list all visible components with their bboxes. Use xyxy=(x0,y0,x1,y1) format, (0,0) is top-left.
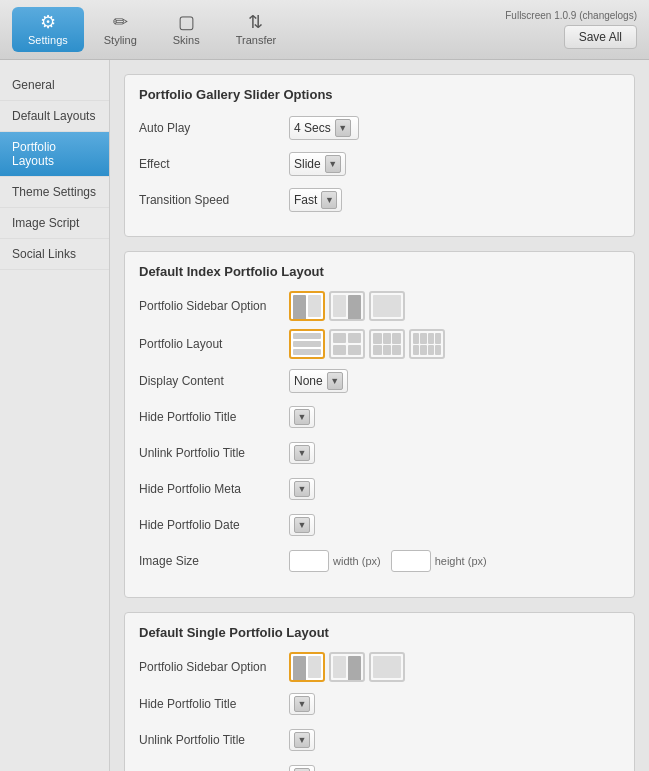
effect-label: Effect xyxy=(139,157,289,171)
single-unlink-title-row: Unlink Portfolio Title ▼ xyxy=(139,726,620,754)
top-bar: ⚙ Settings ✏ Styling ▢ Skins ⇅ Transfer … xyxy=(0,0,649,60)
single-hide-title-row: Hide Portfolio Title ▼ xyxy=(139,690,620,718)
transition-speed-control: Fast ▼ xyxy=(289,188,342,212)
index-hide-meta-control: ▼ xyxy=(289,478,315,500)
index-hide-title-select[interactable]: ▼ xyxy=(289,406,315,428)
sidebar-right-option[interactable] xyxy=(329,291,365,321)
main-layout: General Default Layouts Portfolio Layout… xyxy=(0,60,649,771)
single-sidebar-left-option[interactable] xyxy=(289,652,325,682)
index-image-width-input[interactable] xyxy=(289,550,329,572)
app-version: Fullscreen 1.0.9 (changelogs) xyxy=(505,10,637,21)
index-hide-title-control: ▼ xyxy=(289,406,315,428)
index-hide-date-arrow: ▼ xyxy=(294,517,310,533)
single-hide-meta-control: ▼ xyxy=(289,765,315,771)
auto-play-select[interactable]: 4 Secs ▼ xyxy=(289,116,359,140)
single-sidebar-right-option[interactable] xyxy=(329,652,365,682)
effect-select[interactable]: Slide ▼ xyxy=(289,152,346,176)
settings-icon: ⚙ xyxy=(40,13,56,31)
index-hide-meta-arrow: ▼ xyxy=(294,481,310,497)
index-hide-meta-label: Hide Portfolio Meta xyxy=(139,482,289,496)
single-unlink-title-label: Unlink Portfolio Title xyxy=(139,733,289,747)
index-image-height-input[interactable] xyxy=(391,550,431,572)
index-unlink-title-row: Unlink Portfolio Title ▼ xyxy=(139,439,620,467)
display-content-arrow: ▼ xyxy=(327,372,343,390)
index-unlink-title-select[interactable]: ▼ xyxy=(289,442,315,464)
auto-play-arrow: ▼ xyxy=(335,119,351,137)
default-single-title: Default Single Portfolio Layout xyxy=(139,625,620,640)
layout-grid3-option[interactable] xyxy=(369,329,405,359)
tab-skins[interactable]: ▢ Skins xyxy=(157,7,216,52)
save-all-button[interactable]: Save All xyxy=(564,25,637,49)
sidebar-item-theme-settings[interactable]: Theme Settings xyxy=(0,177,109,208)
single-unlink-title-select[interactable]: ▼ xyxy=(289,729,315,751)
effect-control: Slide ▼ xyxy=(289,152,346,176)
display-content-select[interactable]: None ▼ xyxy=(289,369,348,393)
portfolio-layout-label: Portfolio Layout xyxy=(139,337,289,351)
sidebar-item-default-layouts[interactable]: Default Layouts xyxy=(0,101,109,132)
single-hide-title-label: Hide Portfolio Title xyxy=(139,697,289,711)
transition-speed-select[interactable]: Fast ▼ xyxy=(289,188,342,212)
tab-styling[interactable]: ✏ Styling xyxy=(88,7,153,52)
index-hide-title-arrow: ▼ xyxy=(294,409,310,425)
default-index-section: Default Index Portfolio Layout Portfolio… xyxy=(124,251,635,598)
single-hide-title-arrow: ▼ xyxy=(294,696,310,712)
transfer-icon: ⇅ xyxy=(248,13,263,31)
auto-play-value: 4 Secs xyxy=(294,121,331,135)
single-hide-meta-select[interactable]: ▼ xyxy=(289,765,315,771)
sidebar-item-social-links[interactable]: Social Links xyxy=(0,239,109,270)
sidebar-item-image-script[interactable]: Image Script xyxy=(0,208,109,239)
single-sidebar-option-label: Portfolio Sidebar Option xyxy=(139,660,289,674)
sidebar-full-option[interactable] xyxy=(369,291,405,321)
gallery-slider-section: Portfolio Gallery Slider Options Auto Pl… xyxy=(124,74,635,237)
sidebar-item-portfolio-layouts[interactable]: Portfolio Layouts xyxy=(0,132,109,177)
tab-skins-label: Skins xyxy=(173,34,200,46)
tab-transfer[interactable]: ⇅ Transfer xyxy=(220,7,293,52)
index-sidebar-options xyxy=(289,291,405,321)
index-hide-title-row: Hide Portfolio Title ▼ xyxy=(139,403,620,431)
display-content-value: None xyxy=(294,374,323,388)
index-sidebar-option-label: Portfolio Sidebar Option xyxy=(139,299,289,313)
tab-bar: ⚙ Settings ✏ Styling ▢ Skins ⇅ Transfer xyxy=(12,7,292,52)
effect-row: Effect Slide ▼ xyxy=(139,150,620,178)
index-sidebar-option-row: Portfolio Sidebar Option xyxy=(139,291,620,321)
effect-value: Slide xyxy=(294,157,321,171)
single-sidebar-options xyxy=(289,652,405,682)
sidebar-item-general[interactable]: General xyxy=(0,70,109,101)
single-hide-title-select[interactable]: ▼ xyxy=(289,693,315,715)
styling-icon: ✏ xyxy=(113,13,128,31)
default-single-section: Default Single Portfolio Layout Portfoli… xyxy=(124,612,635,771)
layout-grid2-option[interactable] xyxy=(329,329,365,359)
sidebar-left-option[interactable] xyxy=(289,291,325,321)
index-unlink-title-arrow: ▼ xyxy=(294,445,310,461)
default-index-title: Default Index Portfolio Layout xyxy=(139,264,620,279)
gallery-slider-title: Portfolio Gallery Slider Options xyxy=(139,87,620,102)
index-hide-date-label: Hide Portfolio Date xyxy=(139,518,289,532)
index-hide-date-control: ▼ xyxy=(289,514,315,536)
index-unlink-title-label: Unlink Portfolio Title xyxy=(139,446,289,460)
layout-list-option[interactable] xyxy=(289,329,325,359)
transition-speed-arrow: ▼ xyxy=(321,191,337,209)
index-hide-date-select[interactable]: ▼ xyxy=(289,514,315,536)
content-area: Portfolio Gallery Slider Options Auto Pl… xyxy=(110,60,649,771)
transition-speed-value: Fast xyxy=(294,193,317,207)
tab-settings-label: Settings xyxy=(28,34,68,46)
single-sidebar-full-option[interactable] xyxy=(369,652,405,682)
tab-settings[interactable]: ⚙ Settings xyxy=(12,7,84,52)
single-hide-title-control: ▼ xyxy=(289,693,315,715)
transition-speed-label: Transition Speed xyxy=(139,193,289,207)
layout-grid4-option[interactable] xyxy=(409,329,445,359)
single-hide-meta-row: Hide Portfolio Meta ▼ xyxy=(139,762,620,771)
effect-arrow: ▼ xyxy=(325,155,341,173)
transition-speed-row: Transition Speed Fast ▼ xyxy=(139,186,620,214)
tab-styling-label: Styling xyxy=(104,34,137,46)
portfolio-layout-options xyxy=(289,329,445,359)
index-unlink-title-control: ▼ xyxy=(289,442,315,464)
auto-play-label: Auto Play xyxy=(139,121,289,135)
portfolio-layout-row: Portfolio Layout xyxy=(139,329,620,359)
index-hide-meta-row: Hide Portfolio Meta ▼ xyxy=(139,475,620,503)
sidebar: General Default Layouts Portfolio Layout… xyxy=(0,60,110,771)
index-hide-meta-select[interactable]: ▼ xyxy=(289,478,315,500)
display-content-row: Display Content None ▼ xyxy=(139,367,620,395)
index-image-size-label: Image Size xyxy=(139,554,289,568)
auto-play-row: Auto Play 4 Secs ▼ xyxy=(139,114,620,142)
